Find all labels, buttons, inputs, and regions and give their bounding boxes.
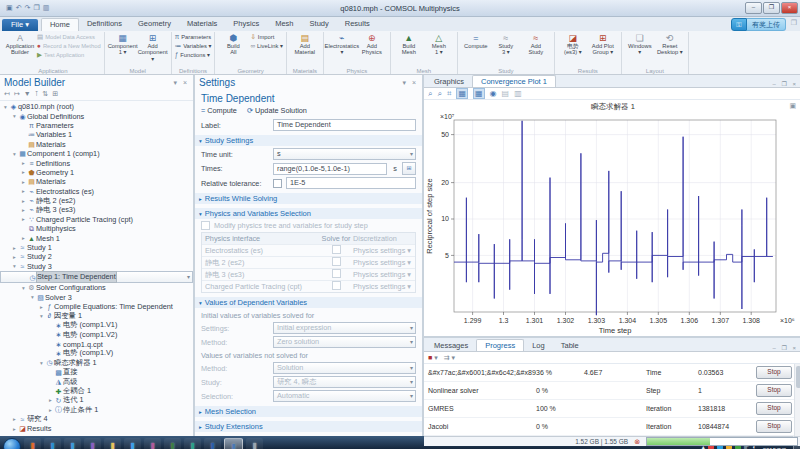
stop-button[interactable]: Stop xyxy=(756,420,792,433)
tree-expand-icon[interactable]: ▾ xyxy=(2,104,9,110)
ribbon-button-add-plot-group[interactable]: ⊞Add Plot Group ▾ xyxy=(588,32,618,56)
tree-expand-icon[interactable]: ▸ xyxy=(47,397,54,403)
tree-node[interactable]: ⧉Multiphysics xyxy=(0,224,193,233)
panel-options-icons[interactable]: ▾ × xyxy=(173,79,189,87)
model-builder-toolbar-icon-5[interactable]: ⊞ xyxy=(52,90,58,98)
tree-node[interactable]: ▾∂因变量 1 xyxy=(0,311,193,320)
tree-node[interactable]: ▸▤Materials xyxy=(0,177,193,186)
tree-node[interactable]: πParameters xyxy=(0,121,193,130)
taskbar-firefox-icon[interactable]: ▮ xyxy=(24,438,41,449)
stop-button[interactable]: Stop xyxy=(756,402,792,415)
tree-node[interactable]: ▸⌁静电 2 (es2) xyxy=(0,196,193,205)
move-next-icon[interactable]: ⇉ ▾ xyxy=(444,354,455,362)
tree-node[interactable]: ✚全耦合 1 xyxy=(0,386,193,395)
tree-expand-icon[interactable]: ▾ xyxy=(20,285,27,291)
tree-node[interactable]: ▸∵Charged Particle Tracing (cpt) xyxy=(0,215,193,224)
section-mesh-selection[interactable]: ▸Mesh Selection xyxy=(195,406,422,417)
ribbon-tab-study[interactable]: Study xyxy=(302,18,337,31)
tree-expand-icon[interactable]: ▸ xyxy=(11,416,18,422)
ribbon-button-windows[interactable]: ❏Windows ▾ xyxy=(625,32,655,56)
tree-node[interactable]: ▸⌁静电 3 (es3) xyxy=(0,205,193,214)
upload-overlay[interactable]: ⚿ 有奖上传 xyxy=(731,18,786,31)
graphics-toolbar-icon-6[interactable]: ▤ xyxy=(502,89,510,98)
tree-expand-icon[interactable]: ▸ xyxy=(20,216,27,222)
ribbon-button-add-study[interactable]: ≈Add Study xyxy=(521,32,551,56)
solve-for-checkbox[interactable] xyxy=(332,257,341,266)
tab-convergence-plot-1[interactable]: Convergence Plot 1 xyxy=(472,75,556,87)
ribbon-button-functions[interactable]: ƒFunctions ▾ xyxy=(175,50,212,59)
time-unit-select[interactable]: s xyxy=(273,148,416,160)
tree-expand-icon[interactable]: ▾ xyxy=(11,263,18,269)
tab-messages[interactable]: Messages xyxy=(426,340,476,351)
tree-node[interactable]: ▸ⓘ停止条件 1 xyxy=(0,405,193,414)
tree-node[interactable]: ▸◪Results xyxy=(0,424,193,433)
minimize-button[interactable]: – xyxy=(745,2,762,14)
solve-for-checkbox[interactable] xyxy=(332,281,341,290)
stop-all-icon[interactable]: ■ xyxy=(428,354,432,361)
taskbar-remote-icon[interactable]: ▮ xyxy=(164,438,181,449)
tree-expand-icon[interactable]: ▾ xyxy=(29,294,36,300)
tree-node[interactable]: ▸≈研究 4 xyxy=(0,415,193,424)
graphics-toolbar-icon-4[interactable]: ▦ xyxy=(473,88,485,99)
tree-node[interactable]: ∗comp1.q.cpt xyxy=(0,339,193,348)
tab-progress[interactable]: Progress xyxy=(476,339,524,351)
tree-node[interactable]: ▸ƒCompile Equations: Time Dependent xyxy=(0,302,193,311)
tree-expand-icon[interactable]: ▸ xyxy=(11,426,18,432)
tree-node[interactable]: ◷Step 1: Time Dependent xyxy=(0,271,193,283)
section-dependent-values[interactable]: ▾Values of Dependent Variables xyxy=(195,297,422,308)
update-solution-button[interactable]: ⟳Update Solution xyxy=(247,106,307,115)
discretization-select[interactable]: Physics settings ▾ xyxy=(353,246,415,255)
tree-expand-icon[interactable]: ▸ xyxy=(20,188,27,194)
tab-window-icons[interactable]: – ❐ × xyxy=(772,80,798,87)
tree-expand-icon[interactable]: ▸ xyxy=(38,304,45,310)
ribbon-button-test-app[interactable]: ▶Test Application xyxy=(37,50,101,59)
model-builder-toolbar[interactable]: ↤↦▼⊺⇅⊞ xyxy=(0,90,193,101)
compute-button[interactable]: =Compute xyxy=(201,106,237,115)
tab-table[interactable]: Table xyxy=(553,340,587,351)
ribbon-button-reset-desktop[interactable]: ⟲Reset Desktop ▾ xyxy=(655,32,685,56)
taskbar-sogou-icon[interactable]: ▮ xyxy=(64,438,81,449)
tree-node[interactable]: ▸↻迭代 1 xyxy=(0,396,193,405)
settings-options-icons[interactable]: ▾ × xyxy=(402,79,418,87)
discretization-select[interactable]: Physics settings ▾ xyxy=(353,258,415,267)
model-builder-toolbar-icon-1[interactable]: ↦ xyxy=(14,90,20,98)
progress-scrollbar[interactable] xyxy=(794,364,800,436)
close-button[interactable]: × xyxy=(781,2,798,14)
taskbar-folder-icon[interactable]: ▮ xyxy=(104,438,121,449)
ribbon-button-import[interactable]: ⇩Import xyxy=(250,32,282,41)
upload-icon[interactable]: ⚿ xyxy=(731,18,747,31)
section-study-extensions[interactable]: ▸Study Extensions xyxy=(195,421,422,432)
upload-button[interactable]: 有奖上传 xyxy=(747,18,786,31)
tree-expand-icon[interactable]: ▾ xyxy=(38,360,45,366)
ribbon-tab-definitions[interactable]: Definitions xyxy=(79,18,130,31)
model-builder-toolbar-icon-2[interactable]: ▼ xyxy=(24,90,31,98)
tree-expand-icon[interactable]: ▸ xyxy=(20,160,27,166)
tree-node[interactable]: ▸≈Study 1 xyxy=(0,243,193,252)
discretization-select[interactable]: Physics settings ▾ xyxy=(353,270,415,279)
graphics-toolbar-icon-2[interactable]: ⌗ xyxy=(447,89,452,99)
graphics-toolbar-icon-1[interactable]: ⌕ xyxy=(437,89,441,99)
model-builder-toolbar-icon-4[interactable]: ⇅ xyxy=(42,90,48,98)
ribbon-button-build-all[interactable]: ⬢Build All xyxy=(218,32,248,56)
taskbar-ie-icon[interactable]: ▮ xyxy=(44,438,61,449)
ribbon-button-component[interactable]: ▦Component 1 ▾ xyxy=(108,32,138,62)
taskbar-notes-icon[interactable]: ▮ xyxy=(246,438,263,449)
graphics-toolbar[interactable]: ⌕⌕⌗▦▦◉▤▥ xyxy=(424,88,800,100)
progress-toolbar[interactable]: ■ ▾ ⇉ ▾ xyxy=(424,352,800,364)
tree-node[interactable]: ▸▲Mesh 1 xyxy=(0,233,193,242)
tree-expand-icon[interactable]: ▸ xyxy=(20,198,27,204)
initial-values-select[interactable]: Initial expression xyxy=(273,322,416,334)
stop-button[interactable]: Stop xyxy=(756,384,792,397)
file-menu-button[interactable]: File ▾ xyxy=(2,19,38,31)
taskbar-comsol-icon[interactable]: ▮ xyxy=(224,438,243,449)
tree-expand-icon[interactable]: ▸ xyxy=(11,245,18,251)
ribbon-tab-materials[interactable]: Materials xyxy=(179,18,225,31)
taskbar-mail-icon[interactable]: ▮ xyxy=(144,438,161,449)
tree-node[interactable]: ▾⚙Solver Configurations xyxy=(0,283,193,292)
tree-node[interactable]: ◮高级 xyxy=(0,377,193,386)
tree-node[interactable]: ∗电势 (comp1.V2) xyxy=(0,330,193,339)
tab-log[interactable]: Log xyxy=(524,340,553,351)
tree-node[interactable]: ▾◈q0810.mph (root) xyxy=(0,102,193,111)
relative-tolerance-checkbox[interactable] xyxy=(273,179,282,188)
times-input[interactable]: range(0,1.0e-5,1.0e-1) xyxy=(273,163,387,175)
